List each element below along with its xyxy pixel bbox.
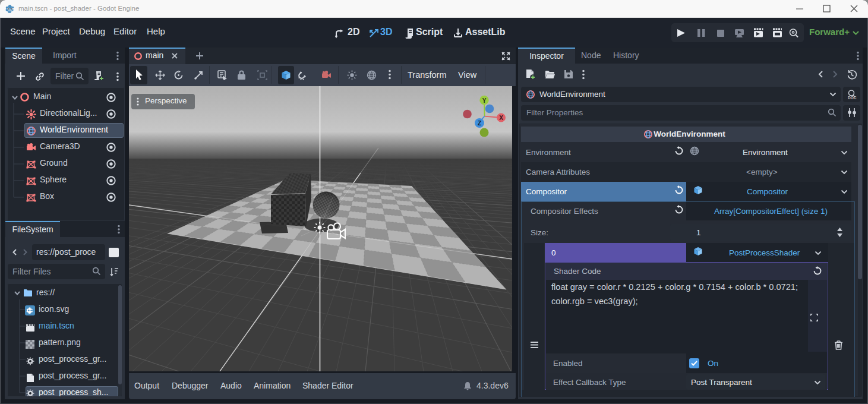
svg-text:DOC: DOC: [848, 96, 857, 100]
svg-text:X: X: [499, 115, 503, 121]
svg-text:Z: Z: [478, 120, 481, 127]
svg-text:Y: Y: [482, 97, 487, 104]
